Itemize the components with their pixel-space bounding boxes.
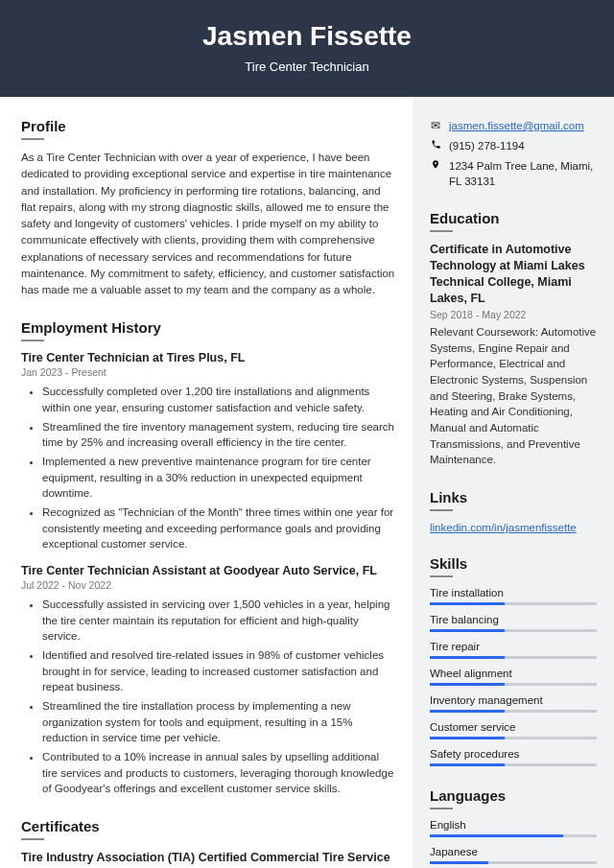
skill-name: Tire balancing (430, 614, 597, 625)
employment-section: Employment History Tire Center Technicia… (21, 319, 395, 797)
person-name: Jasmen Fissette (0, 21, 614, 52)
job-bullet: Streamlined the tire installation proces… (42, 698, 395, 746)
divider (430, 230, 453, 232)
envelope-icon: ✉ (430, 118, 441, 133)
skill-bar (430, 602, 597, 605)
job-entry: Tire Center Technician at Tires Plus, FL… (21, 351, 395, 552)
skill-item: Tire balancing (430, 614, 597, 632)
education-desc: Relevant Coursework: Automotive Systems,… (430, 324, 597, 468)
skill-item: Customer service (430, 721, 597, 739)
divider (21, 340, 44, 341)
language-bar (430, 834, 597, 837)
profile-heading: Profile (21, 118, 395, 134)
job-title: Tire Center Technician at Tires Plus, FL (21, 351, 395, 364)
skill-bar-fill (430, 710, 505, 713)
skill-name: Safety procedures (430, 748, 597, 760)
job-bullet: Successfully completed over 1,200 tire i… (42, 384, 395, 415)
job-entry: Tire Center Technician Assistant at Good… (21, 564, 395, 797)
skill-item: Wheel alignment (430, 668, 597, 686)
skill-bar (430, 763, 597, 766)
language-name: English (430, 819, 597, 831)
job-bullet: Implemented a new preventive maintenance… (42, 454, 395, 502)
job-bullet: Successfully assisted in servicing over … (42, 597, 395, 645)
certificates-heading: Certificates (21, 818, 395, 834)
education-section: Education Certificate in Automotive Tech… (430, 210, 597, 468)
education-dates: Sep 2018 - May 2022 (430, 309, 597, 320)
skill-item: Tire installation (430, 587, 597, 605)
skill-bar-fill (430, 683, 505, 686)
skill-bar (430, 656, 597, 659)
language-name: Japanese (430, 846, 597, 857)
pin-icon (430, 158, 441, 175)
skill-name: Customer service (430, 721, 597, 733)
skill-name: Inventory management (430, 694, 597, 706)
skill-name: Tire repair (430, 641, 597, 652)
job-bullet: Streamlined the tire inventory managemen… (42, 419, 395, 451)
contact-email[interactable]: jasmen.fissette@gmail.com (449, 118, 584, 133)
skill-name: Tire installation (430, 587, 597, 598)
profile-section: Profile As a Tire Center Technician with… (21, 118, 395, 298)
phone-icon (430, 138, 441, 153)
skills-section: Skills Tire installationTire balancingTi… (430, 555, 597, 766)
education-heading: Education (430, 210, 597, 226)
cert-title: Tire Industry Association (TIA) Certifie… (21, 850, 395, 868)
skill-name: Wheel alignment (430, 668, 597, 679)
links-section: Links linkedin.com/in/jasmenfissette (430, 489, 597, 534)
job-bullets: Successfully assisted in servicing over … (21, 597, 395, 797)
job-bullet: Identified and resolved tire-related iss… (42, 647, 395, 695)
language-item: Japanese (430, 846, 597, 864)
divider (21, 138, 44, 140)
language-bar-fill (430, 834, 563, 837)
resume-header: Jasmen Fissette Tire Center Technician (0, 0, 614, 97)
profile-text: As a Tire Center Technician with over a … (21, 150, 395, 298)
certificates-section: Certificates Tire Industry Association (… (21, 818, 395, 868)
skill-bar-fill (430, 602, 505, 605)
job-bullet: Recognized as "Technician of the Month" … (42, 504, 395, 552)
skill-item: Inventory management (430, 694, 597, 713)
skill-bar-fill (430, 763, 505, 766)
skill-bar (430, 629, 597, 632)
contact-address: 1234 Palm Tree Lane, Miami, FL 33131 (449, 158, 597, 189)
divider (21, 838, 44, 840)
job-dates: Jan 2023 - Present (21, 366, 395, 378)
skill-bar-fill (430, 629, 505, 632)
education-title: Certificate in Automotive Technology at … (430, 242, 597, 307)
languages-heading: Languages (430, 787, 597, 804)
divider (430, 509, 453, 511)
links-heading: Links (430, 489, 597, 505)
link-item[interactable]: linkedin.com/in/jasmenfissette (430, 522, 577, 533)
contact-phone-row: (915) 278-1194 (430, 138, 597, 153)
languages-section: Languages EnglishJapanese (430, 787, 597, 864)
skill-bar (430, 683, 597, 686)
skill-bar (430, 710, 597, 713)
divider (430, 808, 453, 809)
contact-address-row: 1234 Palm Tree Lane, Miami, FL 33131 (430, 158, 597, 189)
skill-item: Safety procedures (430, 748, 597, 766)
contact-email-row: ✉ jasmen.fissette@gmail.com (430, 118, 597, 133)
skill-bar-fill (430, 737, 505, 739)
language-item: English (430, 819, 597, 837)
job-title: Tire Center Technician Assistant at Good… (21, 564, 395, 577)
contact-phone: (915) 278-1194 (449, 138, 525, 153)
language-bar-fill (430, 861, 488, 864)
skills-heading: Skills (430, 555, 597, 572)
job-bullet: Contributed to a 10% increase in annual … (42, 749, 395, 797)
person-title: Tire Center Technician (0, 59, 614, 74)
contact-section: ✉ jasmen.fissette@gmail.com (915) 278-11… (430, 118, 597, 189)
language-bar (430, 861, 597, 864)
divider (430, 575, 453, 577)
job-bullets: Successfully completed over 1,200 tire i… (21, 384, 395, 552)
skill-item: Tire repair (430, 641, 597, 659)
job-dates: Jul 2022 - Nov 2022 (21, 579, 395, 591)
skill-bar-fill (430, 656, 505, 659)
skill-bar (430, 737, 597, 739)
employment-heading: Employment History (21, 319, 395, 336)
